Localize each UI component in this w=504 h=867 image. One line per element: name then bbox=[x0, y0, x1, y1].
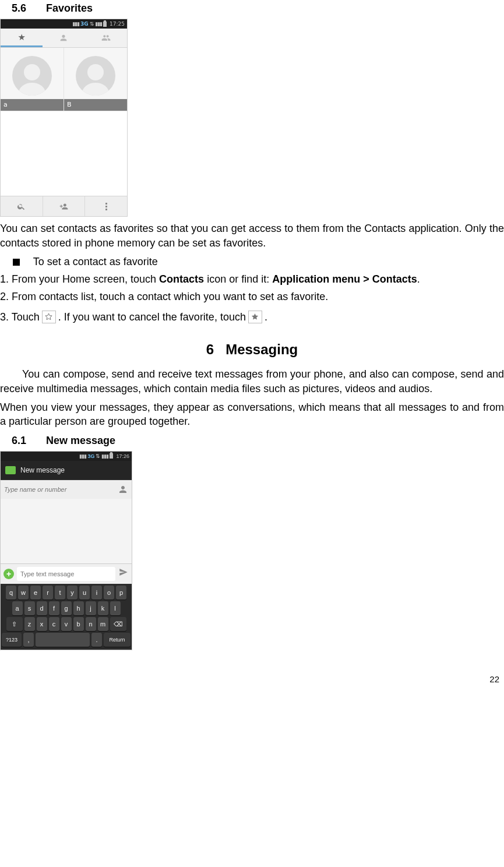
keyboard-key[interactable]: m bbox=[98, 617, 108, 631]
keyboard-key[interactable]: n bbox=[86, 617, 96, 631]
section-number: 6.1 bbox=[12, 434, 43, 447]
favorites-grid: a B bbox=[1, 48, 127, 111]
chapter-number: 6 bbox=[206, 341, 214, 357]
step-3-text-a: 3. Touch bbox=[0, 310, 40, 324]
avatar-icon bbox=[76, 56, 115, 96]
section-title: New message bbox=[46, 435, 115, 446]
pick-contact-button[interactable] bbox=[118, 484, 128, 495]
updown-icon: ⇅ bbox=[96, 453, 100, 460]
keyboard-key[interactable]: k bbox=[98, 601, 108, 615]
section-title: Favorites bbox=[46, 2, 93, 14]
screenshot-favorites: ▮▮▮ 3G ⇅ ▮▮▮ 17:25 ★ a B bbox=[0, 19, 128, 217]
star-icon: ★ bbox=[17, 31, 25, 43]
signal-icon: ▮▮▮ bbox=[72, 20, 79, 27]
keyboard-key[interactable]: e bbox=[30, 586, 41, 600]
star-filled-icon bbox=[248, 311, 262, 323]
menu-button[interactable] bbox=[85, 196, 127, 216]
bottom-bar bbox=[1, 196, 127, 216]
menu-dots-icon bbox=[105, 203, 107, 210]
keyboard-key[interactable]: z bbox=[24, 617, 35, 631]
network-icon: 3G bbox=[80, 20, 89, 27]
page-number: 22 bbox=[0, 650, 504, 685]
keyboard-key[interactable]: . bbox=[91, 633, 102, 647]
message-body bbox=[1, 499, 132, 563]
group-icon bbox=[101, 33, 111, 43]
keyboard-key[interactable]: c bbox=[49, 617, 59, 631]
keyboard-key[interactable]: a bbox=[12, 601, 23, 615]
bullet-item: To set a contact as favorite bbox=[13, 255, 504, 269]
keyboard-key[interactable]: u bbox=[79, 586, 90, 600]
status-time: 17:26 bbox=[116, 453, 129, 460]
keyboard-key[interactable]: v bbox=[61, 617, 72, 631]
keyboard: qwertyuiop asdfghjkl ⇧zxcvbnm⌫ ?123,.Ret… bbox=[1, 584, 132, 650]
keyboard-key[interactable]: q bbox=[6, 586, 16, 600]
keyboard-key[interactable]: b bbox=[73, 617, 84, 631]
step-3: 3. Touch . If you want to cancel the fav… bbox=[0, 310, 504, 324]
attach-button[interactable]: + bbox=[3, 569, 14, 579]
keyboard-key[interactable]: t bbox=[55, 586, 65, 600]
keyboard-key[interactable]: Return bbox=[104, 633, 131, 647]
favorite-card[interactable]: a bbox=[1, 48, 64, 111]
wifi-icon: ▮▮▮ bbox=[95, 20, 102, 27]
keyboard-key[interactable]: ?123 bbox=[2, 633, 22, 647]
keyboard-key[interactable]: r bbox=[43, 586, 53, 600]
wifi-icon: ▮▮▮ bbox=[101, 453, 108, 460]
keyboard-key[interactable]: ⇧ bbox=[6, 617, 23, 631]
header-title: New message bbox=[20, 466, 65, 475]
section-number: 5.6 bbox=[12, 1, 43, 15]
tab-groups[interactable] bbox=[85, 29, 127, 47]
section-6-1-heading: 6.1 New message bbox=[0, 434, 504, 451]
section-5-6-heading: 5.6 Favorites bbox=[0, 1, 504, 19]
send-button[interactable] bbox=[118, 567, 129, 581]
keyboard-key[interactable] bbox=[36, 633, 90, 647]
keyboard-key[interactable]: j bbox=[86, 601, 96, 615]
keyboard-key[interactable]: ⌫ bbox=[110, 617, 126, 631]
keyboard-key[interactable]: o bbox=[104, 586, 114, 600]
favorite-name: B bbox=[64, 99, 127, 111]
tab-favorites[interactable]: ★ bbox=[1, 29, 43, 47]
compose-row: + bbox=[1, 563, 132, 584]
keyboard-key[interactable]: l bbox=[110, 601, 121, 615]
messaging-para-2: When you view your messages, they appear… bbox=[0, 400, 504, 429]
network-icon: 3G bbox=[87, 453, 94, 460]
keyboard-key[interactable]: , bbox=[23, 633, 34, 647]
keyboard-key[interactable]: w bbox=[18, 586, 29, 600]
keyboard-key[interactable]: x bbox=[37, 617, 47, 631]
tab-contacts[interactable] bbox=[43, 29, 84, 47]
keyboard-key[interactable]: i bbox=[91, 586, 102, 600]
favorite-name: a bbox=[1, 99, 64, 111]
search-icon bbox=[17, 202, 26, 211]
battery-icon bbox=[110, 453, 113, 459]
add-contact-button[interactable] bbox=[43, 196, 86, 216]
keyboard-key[interactable]: y bbox=[67, 586, 77, 600]
person-icon bbox=[118, 484, 128, 495]
favorite-card[interactable]: B bbox=[64, 48, 127, 111]
keyboard-key[interactable]: p bbox=[116, 586, 126, 600]
square-bullet-icon bbox=[13, 259, 20, 266]
message-input[interactable] bbox=[17, 567, 115, 581]
empty-area bbox=[1, 111, 127, 196]
add-person-icon bbox=[59, 202, 68, 211]
keyboard-key[interactable]: g bbox=[61, 601, 72, 615]
recipient-row bbox=[1, 480, 132, 499]
step-3-text-c: . bbox=[265, 310, 267, 324]
status-time: 17:25 bbox=[110, 20, 125, 27]
send-icon bbox=[118, 567, 129, 577]
signal-icon: ▮▮▮ bbox=[79, 453, 86, 460]
search-button[interactable] bbox=[1, 196, 43, 216]
step-3-text-b: . If you want to cancel the favorite, to… bbox=[58, 310, 246, 324]
star-outline-icon bbox=[42, 311, 56, 323]
keyboard-key[interactable]: d bbox=[37, 601, 47, 615]
bullet-text: To set a contact as favorite bbox=[33, 256, 158, 267]
recipient-input[interactable] bbox=[4, 484, 115, 495]
person-icon bbox=[59, 33, 68, 43]
status-bar: ▮▮▮ 3G ⇅ ▮▮▮ 17:25 bbox=[1, 19, 127, 29]
battery-icon bbox=[103, 22, 107, 27]
keyboard-key[interactable]: s bbox=[24, 601, 35, 615]
chapter-title: Messaging bbox=[225, 341, 298, 357]
keyboard-key[interactable]: f bbox=[49, 601, 59, 615]
chapter-6-heading: 6 Messaging bbox=[0, 340, 504, 359]
message-icon bbox=[5, 466, 16, 474]
new-message-header: New message bbox=[1, 461, 132, 480]
keyboard-key[interactable]: h bbox=[73, 601, 84, 615]
